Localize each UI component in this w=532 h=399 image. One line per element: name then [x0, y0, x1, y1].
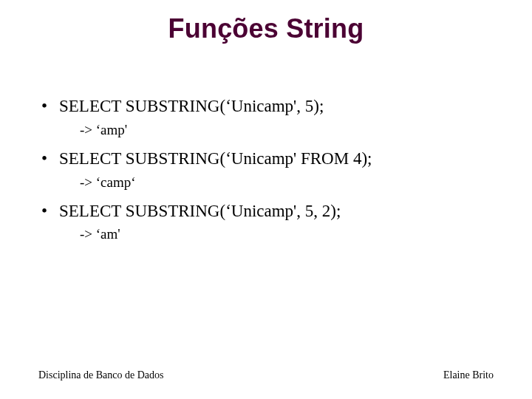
- list-item: • SELECT SUBSTRING(‘Unicamp' FROM 4); ->…: [38, 149, 494, 198]
- result-line: -> ‘camp‘: [38, 170, 494, 198]
- slide: Funções String • SELECT SUBSTRING(‘Unica…: [0, 0, 532, 399]
- bullet-icon: •: [38, 201, 59, 222]
- list-item: • SELECT SUBSTRING(‘Unicamp', 5, 2); -> …: [38, 201, 494, 250]
- footer-right: Elaine Brito: [443, 369, 494, 381]
- result-line: -> ‘am': [38, 222, 494, 250]
- footer-left: Disciplina de Banco de Dados: [38, 369, 164, 381]
- bullet-icon: •: [38, 96, 59, 117]
- code-line: SELECT SUBSTRING(‘Unicamp', 5, 2);: [59, 201, 494, 222]
- code-line: SELECT SUBSTRING(‘Unicamp', 5);: [59, 96, 494, 117]
- code-line: SELECT SUBSTRING(‘Unicamp' FROM 4);: [59, 149, 494, 170]
- bullet-row: • SELECT SUBSTRING(‘Unicamp' FROM 4);: [38, 149, 494, 170]
- slide-title: Funções String: [0, 0, 532, 44]
- bullet-row: • SELECT SUBSTRING(‘Unicamp', 5);: [38, 96, 494, 117]
- result-line: -> ‘amp': [38, 117, 494, 146]
- list-item: • SELECT SUBSTRING(‘Unicamp', 5); -> ‘am…: [38, 96, 494, 146]
- bullet-icon: •: [38, 149, 59, 170]
- bullet-row: • SELECT SUBSTRING(‘Unicamp', 5, 2);: [38, 201, 494, 222]
- slide-content: • SELECT SUBSTRING(‘Unicamp', 5); -> ‘am…: [38, 96, 494, 253]
